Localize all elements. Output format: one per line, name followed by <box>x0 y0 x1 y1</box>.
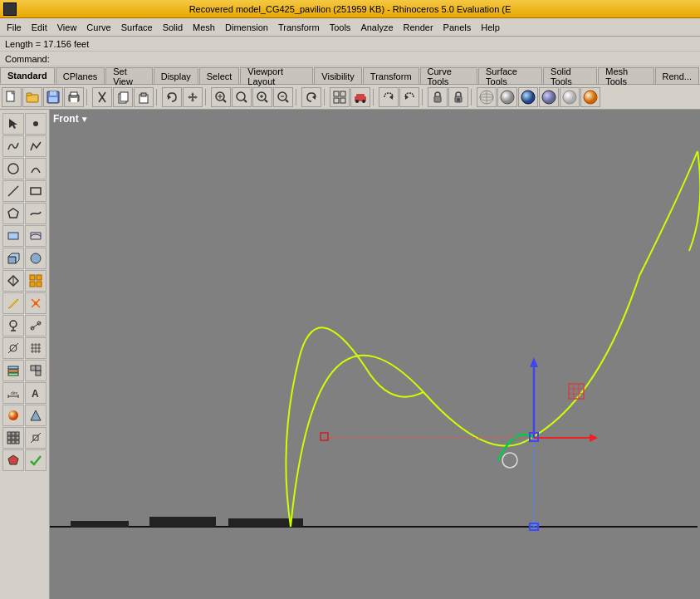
copy-button[interactable] <box>113 87 133 107</box>
zoom-window-button[interactable] <box>232 87 252 107</box>
undo2-button[interactable] <box>301 87 321 107</box>
zoom-out-button[interactable] <box>273 87 293 107</box>
lock2-button[interactable] <box>448 87 468 107</box>
viewport-name: Front <box>53 113 79 125</box>
lock-button[interactable] <box>428 87 448 107</box>
grid-display-tool[interactable] <box>2 427 24 449</box>
group-tool[interactable] <box>25 360 47 381</box>
grid-snap-tool[interactable] <box>25 337 47 359</box>
menu-solid[interactable]: Solid <box>158 21 188 34</box>
new-button[interactable] <box>2 87 22 107</box>
render-tool[interactable] <box>2 405 24 426</box>
viewport-dropdown-arrow[interactable]: ▼ <box>81 115 89 124</box>
svg-rect-105 <box>12 436 15 439</box>
checkmark-tool[interactable] <box>25 449 47 471</box>
measure-tool[interactable] <box>25 315 47 336</box>
layer-tool[interactable] <box>2 360 24 381</box>
explode-tool[interactable] <box>25 292 47 314</box>
viewport[interactable]: Front ▼ <box>50 110 700 599</box>
text-tool[interactable]: A <box>25 382 47 404</box>
surface-tool[interactable] <box>2 225 24 247</box>
line-tool[interactable] <box>2 180 24 202</box>
freeform-tool[interactable] <box>25 203 47 224</box>
region-tool[interactable] <box>2 449 24 471</box>
tab-rend[interactable]: Rend... <box>655 67 699 84</box>
tab-surface-tools[interactable]: Surface Tools <box>478 67 542 84</box>
osnap-tool[interactable] <box>2 337 24 359</box>
menu-view[interactable]: View <box>52 21 82 34</box>
zoom-extents-button[interactable] <box>211 87 231 107</box>
menu-panels[interactable]: Panels <box>438 21 477 34</box>
menu-transform[interactable]: Transform <box>273 21 325 34</box>
menu-tools[interactable]: Tools <box>325 21 356 34</box>
solid-tool[interactable] <box>25 248 47 269</box>
rotate2-button[interactable] <box>399 87 419 107</box>
curve-tool[interactable] <box>2 135 24 157</box>
tab-curve-tools[interactable]: Curve Tools <box>420 67 477 84</box>
polygon-tool[interactable] <box>2 203 24 224</box>
box-tool[interactable] <box>2 248 24 269</box>
canvas-svg <box>50 110 700 599</box>
zoom-in-button[interactable] <box>252 87 272 107</box>
paste-button[interactable] <box>134 87 154 107</box>
tab-setview[interactable]: Set View <box>105 67 152 84</box>
menu-surface[interactable]: Surface <box>116 21 158 34</box>
rotate-button[interactable] <box>379 87 399 107</box>
edit-tool[interactable] <box>2 292 24 314</box>
array-tool[interactable] <box>25 270 47 292</box>
sphere-white[interactable] <box>560 87 580 107</box>
arc-tool[interactable] <box>25 158 47 179</box>
left-toolbar: dim A <box>0 110 50 599</box>
svg-line-22 <box>244 100 247 102</box>
pan-button[interactable] <box>183 87 203 107</box>
menu-dimension[interactable]: Dimension <box>220 21 273 34</box>
menu-mesh[interactable]: Mesh <box>188 21 220 34</box>
transform-tool[interactable] <box>2 270 24 292</box>
tab-mesh-tools[interactable]: Mesh Tools <box>598 67 653 84</box>
save-button[interactable] <box>43 87 63 107</box>
menu-render[interactable]: Render <box>399 21 438 34</box>
sphere-rendered[interactable] <box>518 87 538 107</box>
command-input[interactable] <box>51 54 218 64</box>
sphere-wireframe[interactable] <box>477 87 497 107</box>
rectangle-tool[interactable] <box>25 180 47 202</box>
select-tool[interactable] <box>2 113 24 135</box>
object-snap-toggle[interactable] <box>25 427 47 449</box>
dim-tool[interactable]: dim <box>2 382 24 404</box>
open-button[interactable] <box>22 87 42 107</box>
tab-select[interactable]: Select <box>199 67 240 84</box>
polyline-tool[interactable] <box>25 135 47 157</box>
print-button[interactable] <box>64 87 84 107</box>
sphere-shaded[interactable] <box>497 87 517 107</box>
viewport-label[interactable]: Front ▼ <box>53 113 89 125</box>
tab-display[interactable]: Display <box>154 67 198 84</box>
material-tool[interactable] <box>25 405 47 426</box>
analyze-tool[interactable] <box>2 315 24 336</box>
menu-edit[interactable]: Edit <box>27 21 52 34</box>
title-bar: Recovered model_CG425_pavilion (251959 K… <box>0 0 700 18</box>
car-button[interactable] <box>350 87 370 107</box>
menu-analyze[interactable]: Analyze <box>355 21 398 34</box>
svg-rect-114 <box>71 521 129 528</box>
tab-transform[interactable]: Transform <box>363 67 419 84</box>
tab-viewport-layout[interactable]: Viewport Layout <box>240 67 313 84</box>
tab-standard[interactable]: Standard <box>0 67 55 84</box>
svg-point-51 <box>563 91 576 104</box>
svg-point-49 <box>521 91 535 104</box>
sphere-ghost[interactable] <box>580 87 600 107</box>
tab-solid-tools[interactable]: Solid Tools <box>543 67 597 84</box>
tab-visibility[interactable]: Visibility <box>314 67 362 84</box>
sphere-dark[interactable] <box>539 87 559 107</box>
menu-help[interactable]: Help <box>476 21 505 34</box>
loft-tool[interactable] <box>25 225 47 247</box>
tab-cplanes[interactable]: CPlanes <box>56 67 105 84</box>
menu-curve[interactable]: Curve <box>81 21 115 34</box>
svg-point-38 <box>362 100 365 103</box>
cut-button[interactable] <box>92 87 112 107</box>
grid-button[interactable] <box>330 87 350 107</box>
sep4 <box>296 89 299 106</box>
point-tool[interactable] <box>25 113 47 135</box>
menu-file[interactable]: File <box>2 21 27 34</box>
undo-button[interactable] <box>162 87 182 107</box>
circle-tool[interactable] <box>2 158 24 179</box>
